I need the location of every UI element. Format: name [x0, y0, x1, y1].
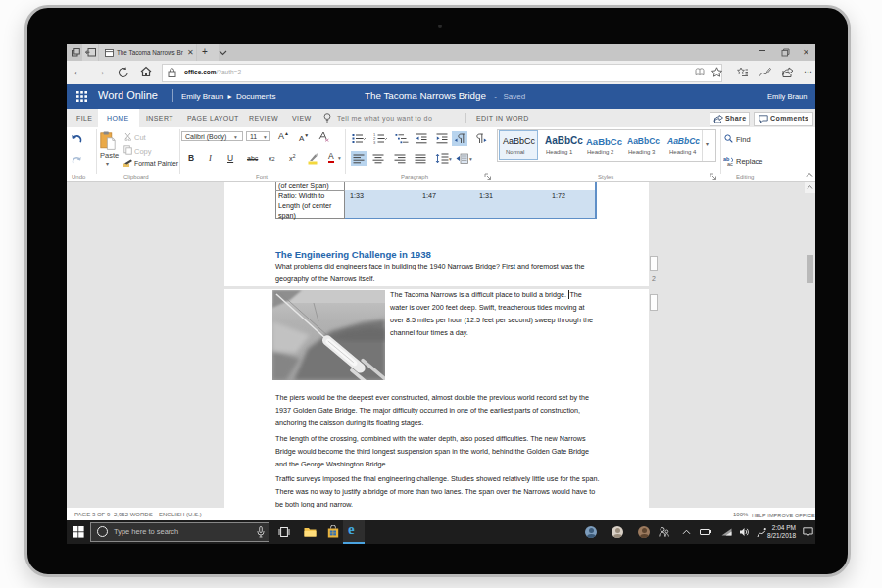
svg-text:3: 3 — [373, 140, 376, 145]
